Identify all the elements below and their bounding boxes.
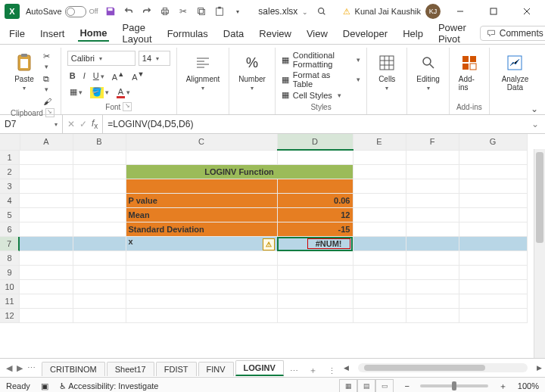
zoom-out-button[interactable]: − [404,381,409,390]
cell[interactable] [353,237,406,251]
select-all-corner[interactable] [0,134,20,150]
number-button[interactable]: % Number ▾ [235,51,269,93]
format-as-table-button[interactable]: ▦Format as Table▾ [282,70,360,89]
underline-button[interactable]: U▾ [91,70,107,81]
cell-mean-label[interactable]: Mean [126,208,277,222]
new-sheet-button[interactable]: ＋ [304,365,322,376]
font-color-button[interactable]: A▾ [114,86,132,97]
row-header[interactable]: 1 [0,151,20,165]
sheet-splitter[interactable]: ⋮ [323,366,341,376]
cell-x-label[interactable]: x⚠ [126,237,277,251]
cell[interactable] [73,237,126,251]
error-indicator-icon[interactable]: ⚠ [263,238,275,250]
analyze-data-button[interactable]: Analyze Data [496,51,534,93]
col-header-b[interactable]: B [73,134,126,150]
col-header-e[interactable]: E [353,134,406,150]
autosave-toggle[interactable]: AutoSave Off [26,6,98,17]
row-header[interactable]: 9 [0,266,20,280]
italic-button[interactable]: I [81,70,88,81]
row-header[interactable]: 6 [0,222,20,237]
qat-more-icon[interactable]: ▾ [232,5,244,17]
search-icon[interactable] [316,5,328,17]
col-header-g[interactable]: G [459,134,527,150]
cut-icon[interactable]: ✂ [177,5,189,17]
row-header[interactable]: 8 [0,251,20,266]
row-header[interactable]: 7 [0,237,20,251]
sheet-prev-icon[interactable]: ◀ [6,363,12,373]
view-normal-button[interactable]: ▦ [339,379,357,392]
formula-input[interactable]: =LOGINV(D4,D5,D6) [103,119,525,129]
save-icon[interactable] [104,5,117,17]
maximize-button[interactable] [480,1,507,22]
macro-record-icon[interactable]: ▣ [41,381,48,391]
tab-page-layout[interactable]: Page Layout [121,20,154,46]
spreadsheet-grid[interactable]: A B C D E F G 1 2 LOGINV Function 3 4 P … [0,134,545,358]
confirm-formula-icon[interactable]: ✓ [79,119,87,129]
decrease-font-button[interactable]: A▼ [129,70,146,82]
paste-icon[interactable] [213,5,226,17]
addins-button[interactable]: Add-ins [456,51,483,93]
format-painter-button[interactable]: 🖌 [41,96,54,107]
cell-pvalue-label[interactable]: P value [126,194,277,208]
cell-stddev-label[interactable]: Standard Deviation [126,222,277,237]
sheet-more-icon[interactable]: ⋯ [27,363,36,373]
sheet-tab-sheet17[interactable]: Sheet17 [107,362,154,376]
cell[interactable] [406,237,459,251]
tab-file[interactable]: File [8,26,26,41]
bold-button[interactable]: B [67,70,78,81]
alignment-button[interactable]: Alignment ▾ [183,51,223,93]
toggle-off-icon[interactable] [65,6,86,17]
col-header-f[interactable]: F [406,134,459,150]
col-header-a[interactable]: A [20,134,73,150]
sheet-next-icon[interactable]: ▶ [17,363,23,373]
tab-review[interactable]: Review [257,26,293,41]
row-header[interactable]: 4 [0,194,20,208]
cell-pvalue[interactable]: 0.06 [277,194,353,208]
redo-icon[interactable] [141,5,153,17]
hscroll-right-icon[interactable]: ▶ [534,364,545,372]
view-page-layout-button[interactable]: ▤ [357,379,375,392]
dialog-launcher-icon[interactable]: ↘ [123,102,132,111]
expand-formula-bar-icon[interactable]: ⌄ [525,119,545,129]
close-button[interactable] [513,1,540,22]
tab-home[interactable]: Home [78,26,108,42]
tab-view[interactable]: View [305,26,329,41]
borders-button[interactable]: ▦▾ [67,86,85,98]
col-header-d[interactable]: D [277,134,353,150]
tab-formulas[interactable]: Formulas [166,26,210,41]
filename[interactable]: sales.xlsx ⌄ [258,6,307,17]
zoom-in-button[interactable]: ＋ [499,381,507,392]
fx-icon[interactable]: fx [92,118,98,130]
sheet-tab-finv[interactable]: FINV [198,362,234,376]
sheet-tab-loginv[interactable]: LOGINV [235,360,284,376]
paste-button[interactable]: Paste ▾ [11,51,38,93]
tab-power-pivot[interactable]: Power Pivot [437,20,468,46]
row-header[interactable]: 11 [0,294,20,309]
font-name-select[interactable]: Calibri▾ [67,51,135,66]
slider-knob[interactable] [452,381,456,390]
conditional-formatting-button[interactable]: ▦Conditional Formatting▾ [282,51,360,69]
increase-font-button[interactable]: A▲ [110,70,126,82]
accessibility-button[interactable]: ♿︎ Accessibility: Investigate [59,381,159,391]
zoom-slider[interactable] [420,384,488,387]
cell-title[interactable]: LOGINV Function [126,165,353,179]
cell[interactable] [126,179,277,194]
row-header[interactable]: 2 [0,165,20,179]
undo-icon[interactable] [123,5,135,17]
print-icon[interactable] [159,5,171,17]
minimize-button[interactable] [447,1,474,22]
copy-icon[interactable] [195,5,207,17]
view-page-break-button[interactable]: ▭ [375,379,394,392]
col-header-c[interactable]: C [126,134,277,150]
name-box[interactable]: D7 ▾ [0,115,63,133]
row-header[interactable]: 3 [0,179,20,194]
cell-x-value[interactable]: #NUM! [277,237,353,251]
cell-stddev[interactable]: -15 [277,222,353,237]
tab-help[interactable]: Help [401,26,425,41]
font-size-select[interactable]: 14▾ [139,51,170,66]
horizontal-scrollbar[interactable] [358,363,528,372]
hscroll-left-icon[interactable]: ◀ [341,364,352,372]
cell[interactable] [459,237,527,251]
fill-color-button[interactable]: 🪣▾ [88,86,111,98]
sheet-more-tabs-icon[interactable]: ⋯ [285,366,303,376]
